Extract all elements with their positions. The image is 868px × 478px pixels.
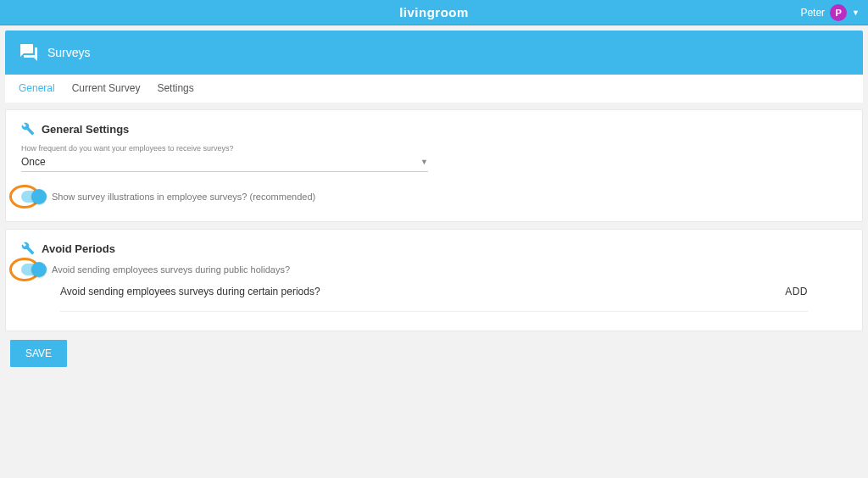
chevron-down-icon: ▼: [852, 8, 860, 17]
public-holidays-toggle[interactable]: [21, 264, 45, 275]
avoid-periods-title: Avoid Periods: [42, 242, 115, 255]
tab-general[interactable]: General: [19, 82, 55, 94]
surveys-icon: [19, 42, 39, 63]
save-button[interactable]: SAVE: [10, 340, 67, 367]
wrench-icon: [21, 242, 35, 255]
public-holidays-label: Avoid sending employees surveys during p…: [52, 264, 290, 275]
show-illustrations-row: Show survey illustrations in employee su…: [21, 191, 847, 203]
avatar: P: [830, 4, 847, 21]
chevron-down-icon: ▼: [420, 158, 428, 166]
wrench-icon: [21, 122, 35, 136]
certain-periods-row: Avoid sending employees surveys during c…: [60, 286, 808, 312]
tab-current-survey[interactable]: Current Survey: [72, 82, 141, 94]
show-illustrations-label: Show survey illustrations in employee su…: [52, 192, 315, 202]
page-header-card: Surveys General Current Survey Settings: [5, 31, 863, 103]
page-title: Surveys: [47, 46, 91, 59]
certain-periods-label: Avoid sending employees surveys during c…: [60, 286, 320, 297]
show-illustrations-toggle[interactable]: [21, 191, 45, 203]
topbar: livingroom Peter P ▼: [0, 0, 868, 25]
add-button[interactable]: ADD: [785, 286, 808, 297]
frequency-value: Once: [21, 156, 46, 168]
user-name: Peter: [800, 7, 825, 19]
frequency-select[interactable]: Once ▼: [21, 156, 428, 172]
frequency-label: How frequent do you want your employees …: [21, 144, 847, 153]
tab-settings[interactable]: Settings: [157, 82, 193, 94]
avoid-periods-card: Avoid Periods Avoid sending employees su…: [5, 229, 863, 331]
general-settings-title: General Settings: [42, 123, 129, 136]
user-menu[interactable]: Peter P ▼: [800, 4, 860, 21]
public-holidays-row: Avoid sending employees surveys during p…: [21, 264, 847, 275]
general-settings-card: General Settings How frequent do you wan…: [5, 109, 863, 222]
brand-logo: livingroom: [399, 5, 469, 19]
tabs: General Current Survey Settings: [5, 75, 863, 103]
